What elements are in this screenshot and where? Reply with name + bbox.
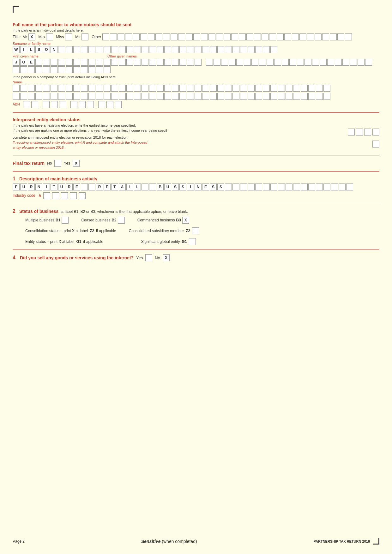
company-name2-char-23[interactable] <box>187 93 194 100</box>
company-name2-char-14[interactable] <box>119 93 126 100</box>
other-box-19[interactable] <box>239 33 246 40</box>
company-name2-char-30[interactable] <box>240 93 247 100</box>
activity-char-23[interactable]: I <box>187 184 194 190</box>
company-name1-char-3[interactable] <box>35 85 42 92</box>
company-name1-char-7[interactable] <box>66 85 73 92</box>
industry-b2[interactable] <box>52 192 59 199</box>
other-box-16[interactable] <box>216 33 223 40</box>
company-name1-char-29[interactable] <box>232 85 239 92</box>
sig-global-box[interactable] <box>189 238 196 245</box>
activity-char-21[interactable]: S <box>172 184 179 190</box>
surname-char-27[interactable] <box>217 46 224 53</box>
company-name1-char-1[interactable] <box>20 85 27 92</box>
activity-char-1[interactable]: U <box>20 184 27 190</box>
activity-char-6[interactable]: U <box>58 184 65 190</box>
other-box-4[interactable] <box>125 33 132 40</box>
first-char-2[interactable]: E <box>28 59 35 66</box>
company-name2-char-8[interactable] <box>73 93 80 100</box>
activity-char-25[interactable]: E <box>202 184 209 190</box>
abn-b7[interactable] <box>79 101 86 108</box>
company-name2-char-11[interactable] <box>96 93 103 100</box>
other-box-15[interactable] <box>208 33 215 40</box>
other-given-char-18[interactable] <box>342 59 349 66</box>
company-name2-char-25[interactable] <box>202 93 209 100</box>
other-given-char-28[interactable] <box>58 66 65 73</box>
company-name2-char-13[interactable] <box>111 93 118 100</box>
activity-char-31[interactable] <box>248 184 255 190</box>
other-given-char-3[interactable] <box>229 59 236 66</box>
surname-char-18[interactable] <box>149 46 156 53</box>
first-char-18[interactable] <box>149 59 156 66</box>
company-name1-char-13[interactable] <box>111 85 118 92</box>
company-name2-char-1[interactable] <box>20 93 27 100</box>
company-name1-char-2[interactable] <box>28 85 35 92</box>
other-box-2[interactable] <box>110 33 117 40</box>
company-name2-char-6[interactable] <box>58 93 65 100</box>
activity-char-3[interactable]: N <box>35 184 42 190</box>
activity-char-13[interactable]: T <box>111 184 118 190</box>
other-given-char-7[interactable] <box>259 59 266 66</box>
company-name1-char-18[interactable] <box>149 85 156 92</box>
first-char-13[interactable] <box>111 59 118 66</box>
other-box-17[interactable] <box>224 33 231 40</box>
first-char-12[interactable] <box>104 59 111 66</box>
activity-char-0[interactable]: F <box>13 184 20 190</box>
activity-char-39[interactable] <box>308 184 315 190</box>
first-char-15[interactable] <box>126 59 133 66</box>
other-box-20[interactable] <box>246 33 253 40</box>
other-given-char-13[interactable] <box>305 59 311 66</box>
activity-char-28[interactable] <box>225 184 232 190</box>
first-char-11[interactable] <box>96 59 103 66</box>
company-name1-char-30[interactable] <box>240 85 247 92</box>
activity-char-33[interactable] <box>263 184 270 190</box>
other-given-char-12[interactable] <box>297 59 304 66</box>
other-given-char-30[interactable] <box>73 66 80 73</box>
surname-char-29[interactable] <box>232 46 239 53</box>
company-name1-char-32[interactable] <box>255 85 262 92</box>
company-name1-char-35[interactable] <box>278 85 285 92</box>
activity-char-11[interactable]: R <box>96 184 103 190</box>
company-name2-char-26[interactable] <box>210 93 217 100</box>
surname-char-12[interactable] <box>104 46 111 53</box>
first-char-24[interactable] <box>195 59 202 66</box>
other-box-3[interactable] <box>118 33 124 40</box>
surname-char-20[interactable] <box>164 46 171 53</box>
first-char-5[interactable] <box>51 59 57 66</box>
company-name2-char-5[interactable] <box>51 93 57 100</box>
abn-b6[interactable] <box>70 101 77 108</box>
activity-char-17[interactable] <box>142 184 148 190</box>
activity-char-12[interactable]: E <box>104 184 111 190</box>
surname-char-19[interactable] <box>157 46 164 53</box>
other-given-char-4[interactable] <box>236 59 243 66</box>
company-name2-char-41[interactable] <box>323 93 330 100</box>
surname-char-0[interactable]: W <box>13 46 20 53</box>
other-box-33[interactable] <box>345 33 352 40</box>
other-box-21[interactable] <box>254 33 261 40</box>
company-name2-char-19[interactable] <box>157 93 164 100</box>
activity-char-44[interactable] <box>346 184 353 190</box>
company-name1-char-19[interactable] <box>157 85 164 92</box>
company-name1-char-26[interactable] <box>210 85 217 92</box>
surname-char-28[interactable] <box>225 46 232 53</box>
company-name1-char-33[interactable] <box>263 85 270 92</box>
activity-char-34[interactable] <box>270 184 277 190</box>
first-char-21[interactable] <box>172 59 179 66</box>
other-given-char-10[interactable] <box>282 59 289 66</box>
activity-char-10[interactable] <box>88 184 95 190</box>
final-tax-yes-box[interactable]: X <box>73 160 80 167</box>
other-box-24[interactable] <box>277 33 284 40</box>
first-char-8[interactable] <box>73 59 80 66</box>
abn-b3[interactable] <box>43 101 50 108</box>
other-given-char-9[interactable] <box>274 59 281 66</box>
abn-b9[interactable] <box>98 101 105 108</box>
year-box-4[interactable] <box>372 129 379 135</box>
other-box-11[interactable] <box>178 33 185 40</box>
other-box-8[interactable] <box>155 33 162 40</box>
company-name2-char-2[interactable] <box>28 93 35 100</box>
abn-b8[interactable] <box>87 101 94 108</box>
activity-char-7[interactable]: R <box>66 184 73 190</box>
other-box-30[interactable] <box>322 33 329 40</box>
surname-char-1[interactable]: I <box>20 46 27 53</box>
other-given-char-8[interactable] <box>267 59 274 66</box>
other-box-12[interactable] <box>186 33 193 40</box>
